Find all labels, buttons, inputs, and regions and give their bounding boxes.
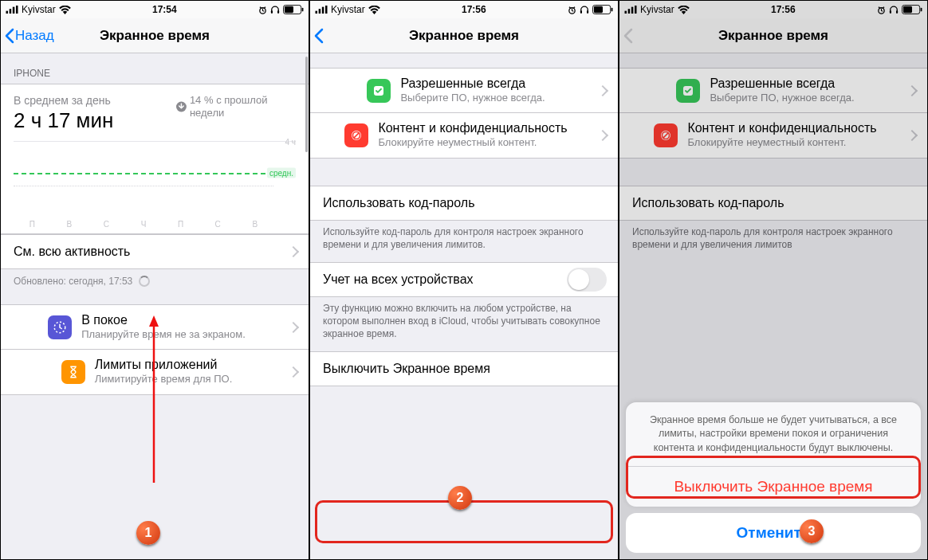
svg-rect-3 [16, 6, 18, 14]
use-passcode-cell: Использовать код-пароль [619, 186, 927, 221]
nav-bar: Экранное время [619, 18, 927, 53]
screen-2: Kyivstar 17:56 Экранное время [310, 1, 619, 559]
status-bar: Kyivstar 17:56 [310, 1, 618, 18]
sheet-turn-off-button[interactable]: Выключить Экранное время [626, 466, 921, 507]
signal-icon [315, 6, 328, 14]
section-header: IPHONE [1, 53, 309, 84]
svg-rect-6 [277, 10, 279, 13]
check-shield-icon [367, 79, 391, 103]
svg-rect-15 [319, 9, 321, 14]
step-marker-2: 2 [448, 486, 472, 510]
downtime-cell[interactable]: В покое Планируйте время не за экраном. [1, 304, 309, 350]
svg-rect-28 [625, 11, 627, 14]
status-bar: Kyivstar 17:56 [619, 1, 927, 18]
see-all-activity[interactable]: См. всю активность [1, 234, 309, 269]
app-limits-cell[interactable]: Лимиты приложений Лимитируйте время для … [1, 350, 309, 394]
svg-rect-2 [13, 7, 14, 14]
downtime-icon [48, 315, 72, 339]
alarm-icon [568, 6, 576, 14]
svg-rect-30 [631, 7, 634, 14]
usage-summary: В среднем за день 2 ч 17 мин 14 % с прош… [1, 84, 309, 234]
chevron-left-icon [623, 28, 634, 44]
svg-rect-5 [271, 10, 273, 13]
svg-rect-22 [594, 6, 603, 13]
turn-off-screentime-cell[interactable]: Выключить Экранное время [310, 351, 618, 386]
nav-bar: Экранное время [310, 18, 618, 53]
use-passcode-cell[interactable]: Использовать код-пароль [310, 186, 618, 221]
step-marker-1: 1 [136, 521, 160, 545]
svg-rect-37 [921, 8, 922, 12]
hourglass-icon [61, 360, 85, 384]
svg-rect-14 [316, 11, 318, 14]
alarm-icon [877, 6, 886, 14]
avg-label: В среднем за день [14, 94, 113, 107]
carrier-label: Kyivstar [22, 4, 56, 15]
no-entry-icon [654, 123, 678, 147]
wifi-icon [678, 6, 690, 14]
svg-rect-36 [903, 6, 912, 13]
svg-rect-9 [302, 8, 304, 12]
status-bar: Kyivstar 17:54 [1, 1, 309, 18]
svg-rect-29 [628, 9, 631, 14]
nav-bar: Назад Экранное время [1, 18, 309, 53]
page-title: Экранное время [310, 28, 618, 44]
action-sheet: Экранное время больше не будет учитывать… [619, 396, 927, 560]
passcode-note: Используйте код-пароль для контроля наст… [619, 221, 927, 262]
svg-rect-33 [890, 10, 891, 13]
svg-rect-16 [322, 7, 324, 14]
svg-rect-17 [325, 6, 328, 14]
trend-label: 14 % с прошлой недели [176, 94, 296, 119]
updated-label: Обновлено: сегодня, 17:53 [1, 269, 309, 293]
screen-3: Kyivstar 17:56 Экранное время [619, 1, 927, 559]
scrollbar[interactable] [305, 57, 308, 152]
content-privacy-cell: Контент и конфиденциальность Блокируйте … [619, 113, 927, 158]
wifi-icon [59, 6, 71, 14]
svg-rect-0 [6, 11, 9, 14]
check-shield-icon [676, 79, 700, 103]
headphones-icon [270, 6, 280, 14]
back-button [619, 28, 634, 44]
always-allowed-cell[interactable]: Разрешенные всегда Выберите ПО, нужное в… [310, 68, 618, 113]
always-allowed-cell: Разрешенные всегда Выберите ПО, нужное в… [619, 68, 927, 113]
svg-rect-31 [635, 6, 637, 14]
wifi-icon [368, 6, 380, 14]
chevron-left-icon [4, 28, 15, 44]
signal-icon [6, 6, 18, 14]
signal-icon [624, 6, 637, 14]
content-scroll[interactable]: Разрешенные всегда Выберите ПО, нужное в… [310, 53, 618, 559]
battery-icon [592, 5, 613, 14]
screen-1: Kyivstar 17:54 Назад Экранное время IPHO… [1, 1, 310, 559]
battery-icon [283, 5, 304, 14]
chevron-left-icon [313, 28, 324, 44]
back-button[interactable] [310, 28, 324, 44]
arrow-down-icon [176, 101, 187, 112]
svg-rect-20 [587, 10, 588, 13]
battery-icon [902, 5, 922, 14]
share-across-devices-cell[interactable]: Учет на всех устройствах [310, 262, 618, 297]
share-toggle[interactable] [567, 268, 607, 292]
step-marker-3: 3 [800, 519, 824, 543]
svg-rect-1 [10, 9, 12, 14]
avg-value: 2 ч 17 мин [14, 108, 113, 133]
back-button[interactable]: Назад [1, 28, 54, 44]
spinner-icon [139, 276, 150, 287]
passcode-note: Используйте код-пароль для контроля наст… [310, 221, 618, 262]
clock: 17:54 [152, 4, 177, 15]
svg-rect-19 [580, 10, 582, 13]
svg-rect-8 [285, 6, 293, 13]
clock: 17:56 [462, 4, 486, 15]
sheet-cancel-button[interactable]: Отменить [626, 513, 921, 553]
y-label: 4 ч [285, 138, 296, 147]
headphones-icon [580, 6, 589, 14]
content-scroll[interactable]: IPHONE В среднем за день 2 ч 17 мин 14 %… [1, 53, 309, 559]
content-privacy-cell[interactable]: Контент и конфиденциальность Блокируйте … [310, 113, 618, 158]
clock: 17:56 [771, 4, 796, 15]
svg-rect-23 [611, 8, 613, 12]
usage-chart: 4 ч ПВСЧПСВ средн. [14, 141, 296, 229]
alarm-icon [258, 6, 267, 14]
svg-rect-34 [896, 10, 898, 13]
page-title: Экранное время [619, 28, 927, 44]
no-entry-icon [344, 123, 368, 147]
headphones-icon [889, 6, 899, 14]
back-label: Назад [15, 28, 54, 44]
